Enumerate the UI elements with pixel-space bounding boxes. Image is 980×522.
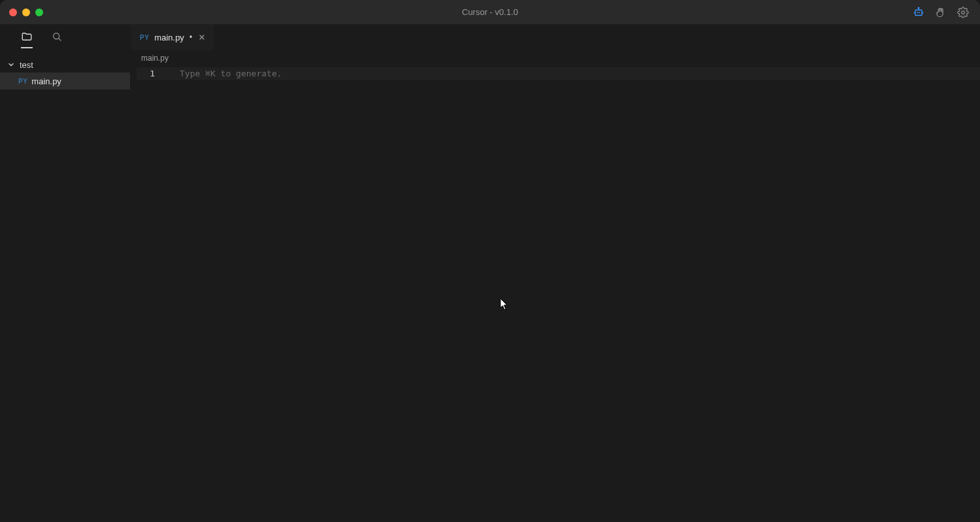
folder-icon: [21, 31, 33, 44]
window-title: Cursor - v0.1.0: [0, 7, 980, 17]
svg-point-1: [917, 12, 919, 13]
hand-wave-icon[interactable]: [934, 6, 947, 19]
code-line[interactable]: Type ⌘K to generate.: [137, 67, 980, 80]
titlebar: Cursor - v0.1.0: [0, 0, 980, 24]
editor-area: PY main.py • main.py 1 Type ⌘K to g: [131, 24, 980, 522]
file-tree: test PY main.py: [0, 50, 130, 90]
breadcrumb[interactable]: main.py: [131, 50, 980, 66]
editor-placeholder: Type ⌘K to generate.: [180, 69, 282, 78]
tab-dirty-indicator: •: [189, 33, 192, 42]
python-badge-icon: PY: [18, 78, 27, 85]
sidebar-tabs: [0, 24, 130, 50]
window-maximize-button[interactable]: [35, 8, 43, 16]
gear-icon[interactable]: [956, 6, 970, 19]
window-close-button[interactable]: [9, 8, 17, 16]
tab-label: main.py: [154, 33, 184, 42]
svg-point-7: [962, 10, 965, 14]
code-content[interactable]: Type ⌘K to generate.: [167, 66, 980, 522]
editor-tabs: PY main.py •: [131, 24, 980, 50]
svg-point-2: [919, 12, 921, 13]
sidebar: test PY main.py: [0, 24, 131, 522]
svg-point-4: [918, 7, 919, 8]
close-icon[interactable]: [197, 33, 206, 42]
search-tab[interactable]: [50, 30, 64, 44]
tab-main-py[interactable]: PY main.py •: [131, 24, 215, 50]
app-body: test PY main.py PY main.py •: [0, 24, 980, 522]
code-editor[interactable]: 1 Type ⌘K to generate.: [131, 66, 980, 522]
breadcrumb-file: main.py: [141, 54, 169, 63]
tree-folder-root[interactable]: test: [0, 57, 130, 73]
tree-folder-label: test: [20, 60, 33, 70]
window-controls: [0, 8, 43, 16]
explorer-tab[interactable]: [20, 30, 34, 44]
tree-file-main-py[interactable]: PY main.py: [0, 73, 130, 90]
ai-robot-icon[interactable]: [912, 6, 925, 19]
search-icon: [51, 31, 63, 44]
titlebar-actions: [912, 6, 980, 19]
python-badge-icon: PY: [140, 34, 149, 41]
svg-rect-0: [915, 10, 923, 15]
line-number-gutter: 1: [131, 66, 167, 522]
chevron-down-icon: [7, 60, 16, 69]
tree-file-label: main.py: [31, 76, 61, 86]
window-minimize-button[interactable]: [22, 8, 30, 16]
svg-line-9: [59, 38, 61, 40]
